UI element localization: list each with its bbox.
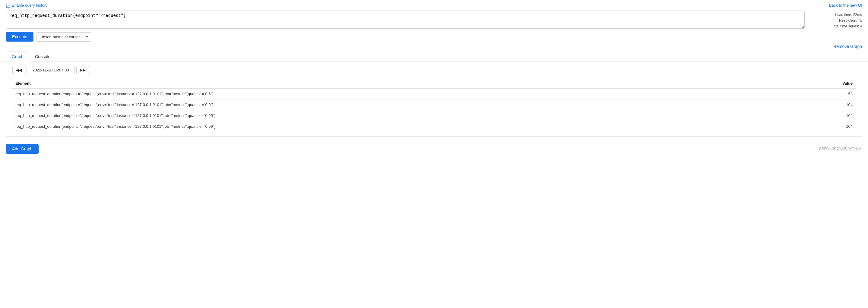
remove-graph-section: Remove Graph — [0, 42, 868, 51]
query-stats: Load time: 22ms Resolution: 7s Total tim… — [808, 10, 862, 30]
add-graph-button[interactable]: Add Graph — [6, 144, 39, 154]
remove-graph-button[interactable]: Remove Graph — [833, 44, 862, 49]
resolution-value: 7s — [858, 19, 862, 23]
enable-history-link[interactable]: Enable query history — [6, 3, 48, 7]
value-cell: 104 — [794, 110, 856, 121]
time-input[interactable] — [27, 66, 75, 74]
back-to-new-ui-label: Back to the new UI — [829, 3, 862, 7]
value-cell: 104 — [794, 99, 856, 110]
value-cell: 53 — [794, 88, 856, 99]
tab-graph-label: Graph — [12, 54, 24, 59]
total-series-value: 4 — [860, 24, 862, 28]
table-row: req_http_request_duration{endpoint="/req… — [12, 99, 856, 110]
element-cell: req_http_request_duration{endpoint="/req… — [12, 121, 794, 132]
total-series-label: Total time series: — [832, 24, 859, 28]
tabs-section: Graph Console — [0, 51, 868, 62]
element-cell: req_http_request_duration{endpoint="/req… — [12, 88, 794, 99]
tab-graph[interactable]: Graph — [6, 52, 29, 62]
query-left — [6, 10, 805, 30]
execute-label: Execute — [12, 34, 27, 39]
load-time-label: Load time: — [835, 13, 852, 17]
load-time-value: 22ms — [853, 13, 862, 17]
tab-console[interactable]: Console — [29, 52, 56, 62]
table-body: req_http_request_duration{endpoint="/req… — [12, 88, 856, 132]
back-to-new-ui-link[interactable]: Back to the new UI — [829, 3, 862, 7]
enable-history-label: Enable query history — [12, 3, 48, 7]
add-graph-label: Add Graph — [12, 146, 33, 151]
time-back-icon: ◀◀ — [16, 68, 22, 72]
table-row: req_http_request_duration{endpoint="/req… — [12, 121, 856, 132]
graph-panel: ◀◀ ▶▶ Element Value req_http_request_dur… — [6, 62, 862, 137]
time-forward-button[interactable]: ▶▶ — [76, 66, 89, 74]
svg-rect-0 — [6, 4, 10, 7]
execute-button[interactable]: Execute — [6, 32, 33, 42]
load-time-stat: Load time: 22ms — [808, 12, 862, 18]
total-series-stat: Total time series: 4 — [808, 24, 862, 29]
col-value-header: Value — [794, 79, 856, 88]
data-table: Element Value req_http_request_duration{… — [12, 79, 856, 132]
insert-metric-select[interactable]: - insert metric at cursor - — [36, 32, 91, 42]
col-element-header: Element — [12, 79, 794, 88]
element-cell: req_http_request_duration{endpoint="/req… — [12, 110, 794, 121]
time-back-button[interactable]: ◀◀ — [12, 66, 25, 74]
time-forward-icon: ▶▶ — [80, 68, 86, 72]
value-cell: 104 — [794, 121, 856, 132]
footer-bar: Add Graph CSDN ©不爱学习的王小小 — [0, 140, 868, 158]
time-nav: ◀◀ ▶▶ — [12, 66, 856, 74]
history-icon — [6, 4, 10, 8]
resolution-stat: Resolution: 7s — [808, 18, 862, 24]
main-content: Load time: 22ms Resolution: 7s Total tim… — [0, 10, 868, 42]
element-cell: req_http_request_duration{endpoint="/req… — [12, 99, 794, 110]
top-bar: Enable query history Back to the new UI — [0, 0, 868, 10]
query-row: Load time: 22ms Resolution: 7s Total tim… — [6, 10, 862, 30]
query-input[interactable] — [6, 10, 805, 29]
remove-graph-label: Remove Graph — [833, 44, 862, 49]
table-row: req_http_request_duration{endpoint="/req… — [12, 110, 856, 121]
table-row: req_http_request_duration{endpoint="/req… — [12, 88, 856, 99]
footer-credit: CSDN ©不爱学习的王小小 — [819, 146, 862, 151]
resolution-label: Resolution: — [839, 19, 857, 23]
tab-console-label: Console — [35, 54, 50, 59]
table-header-row: Element Value — [12, 79, 856, 88]
toolbar-row: Execute - insert metric at cursor - — [6, 32, 862, 42]
